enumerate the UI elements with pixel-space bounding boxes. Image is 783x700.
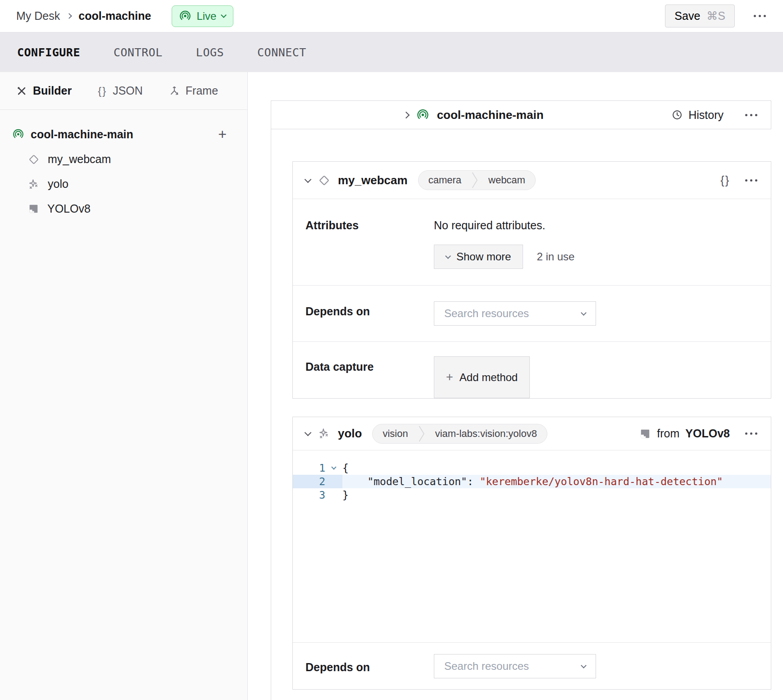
topbar-overflow-menu-button[interactable]: [753, 12, 767, 20]
history-button[interactable]: History: [671, 109, 724, 122]
yolo-resource-card: yolo vision viam-labs:vision:yolov8: [292, 417, 771, 690]
from-word: from: [657, 427, 679, 440]
resource-title: yolo: [338, 427, 362, 441]
chevron-down-icon: [221, 12, 227, 18]
code-line-highlighted: 2 "model_location": "keremberke/yolov8n-…: [293, 475, 771, 488]
tree-item-yolov8-module[interactable]: YOLOv8: [0, 196, 247, 221]
resource-type-tags: vision viam-labs:vision:yolov8: [372, 424, 547, 444]
view-tab-frame[interactable]: Frame: [169, 84, 218, 97]
depends-on-select[interactable]: Search resources: [434, 301, 596, 326]
tree-item-label: yolo: [48, 177, 68, 191]
tree-item-machine-part[interactable]: cool-machine-main +: [0, 122, 247, 147]
machine-live-icon: [417, 109, 429, 121]
part-title: cool-machine-main: [437, 108, 544, 122]
resource-overflow-menu-button[interactable]: [744, 430, 758, 437]
attributes-in-use-text: 2 in use: [537, 250, 574, 263]
depends-on-row: Depends on Search resources: [293, 642, 771, 689]
collapse-chevron[interactable]: [305, 429, 312, 436]
from-module-indicator[interactable]: from YOLOv8: [639, 427, 730, 440]
component-diamond-icon: [28, 154, 40, 165]
chevron-down-icon: [581, 663, 587, 668]
tab-control[interactable]: CONTROL: [114, 46, 163, 59]
machine-live-icon: [13, 129, 24, 140]
tree-item-label: YOLOv8: [47, 202, 91, 215]
fold-chevron-icon: [331, 464, 336, 469]
resource-type-tags: camera webcam: [418, 170, 536, 190]
tree-item-yolo[interactable]: yolo: [0, 172, 247, 196]
data-capture-label: Data capture: [305, 342, 434, 398]
history-label: History: [688, 109, 724, 122]
code-text: "model_location": "keremberke/yolov8n-ha…: [342, 475, 771, 488]
save-shortcut-hint: ⌘S: [706, 9, 725, 23]
type-tag: vision: [373, 424, 418, 443]
view-tab-json[interactable]: {} JSON: [98, 84, 143, 97]
model-tag: webcam: [478, 171, 535, 190]
tree-connector-line: [271, 129, 271, 700]
config-main-panel: cool-machine-main History: [248, 72, 783, 700]
code-fold-gutter: [325, 488, 342, 502]
code-fold-toggle[interactable]: [325, 461, 342, 475]
service-sparkle-icon: [318, 427, 330, 440]
machine-nav-tabs: CONFIGURE CONTROL LOGS CONNECT: [0, 32, 783, 72]
add-resource-button[interactable]: +: [218, 127, 227, 141]
depends-on-row: Depends on Search resources: [293, 285, 771, 341]
save-button[interactable]: Save ⌘S: [665, 5, 735, 27]
line-number: 3: [293, 488, 325, 502]
tools-icon: [16, 86, 27, 96]
edit-json-braces-button[interactable]: {}: [720, 174, 730, 187]
tab-configure[interactable]: CONFIGURE: [17, 46, 80, 59]
show-more-button[interactable]: Show more: [434, 245, 523, 269]
resource-tree: cool-machine-main + my_webcam: [0, 110, 247, 221]
view-tab-label: JSON: [113, 84, 143, 97]
webcam-resource-card: my_webcam camera webcam {} Attributes: [292, 161, 771, 399]
from-module-name: YOLOv8: [685, 427, 730, 440]
live-broadcast-icon: [179, 10, 191, 22]
view-tab-builder[interactable]: Builder: [16, 84, 72, 97]
view-tab-label: Builder: [33, 84, 72, 97]
tree-item-label: my_webcam: [48, 153, 111, 166]
tab-logs[interactable]: LOGS: [196, 46, 224, 59]
chevron-down-icon: [581, 310, 587, 316]
code-text: }: [342, 488, 771, 502]
tree-item-my-webcam[interactable]: my_webcam: [0, 147, 247, 172]
service-sparkle-icon: [28, 178, 40, 190]
chevron-down-icon: [445, 253, 451, 259]
component-diamond-icon: [318, 174, 330, 186]
resource-title: my_webcam: [338, 173, 408, 187]
add-method-label: Add method: [460, 371, 518, 384]
code-line: 3 }: [293, 488, 771, 502]
show-more-label: Show more: [456, 250, 511, 263]
json-key: "model_location": [367, 476, 467, 487]
save-button-label: Save: [674, 9, 700, 23]
data-capture-row: Data capture + Add method: [293, 341, 771, 398]
depends-on-label: Depends on: [305, 643, 434, 689]
status-badge-label: Live: [196, 10, 216, 23]
line-number: 2: [293, 475, 325, 488]
breadcrumb-current: cool-machine: [78, 9, 151, 23]
tag-separator-icon: [471, 171, 478, 190]
frame-axes-icon: [169, 86, 180, 96]
depends-on-select[interactable]: Search resources: [434, 654, 596, 678]
breadcrumb-parent[interactable]: My Desk: [16, 9, 60, 23]
machine-status-badge[interactable]: Live: [172, 5, 233, 27]
depends-on-label: Depends on: [305, 286, 434, 341]
collapse-chevron[interactable]: [305, 176, 312, 183]
attributes-json-editor[interactable]: 1 { 2 "model_location": "keremberke/yolo…: [293, 450, 771, 642]
tree-item-label: cool-machine-main: [31, 128, 133, 141]
expand-part-chevron[interactable]: [402, 111, 410, 118]
history-clock-icon: [671, 109, 683, 121]
view-tab-label: Frame: [186, 84, 218, 97]
tag-separator-icon: [418, 424, 425, 443]
resource-overflow-menu-button[interactable]: [744, 177, 758, 184]
config-sidebar: Builder {} JSON Frame: [0, 72, 248, 700]
add-method-button[interactable]: + Add method: [434, 356, 530, 398]
module-icon: [639, 428, 651, 440]
part-overflow-menu-button[interactable]: [744, 111, 758, 119]
tab-connect[interactable]: CONNECT: [257, 46, 306, 59]
yolo-card-header: yolo vision viam-labs:vision:yolov8: [293, 417, 771, 450]
code-text: {: [342, 461, 771, 475]
breadcrumb-separator-icon: [66, 13, 72, 19]
top-bar: My Desk cool-machine Live Save ⌘S: [0, 0, 783, 32]
code-fold-gutter: [325, 475, 342, 488]
line-number: 1: [293, 461, 325, 475]
